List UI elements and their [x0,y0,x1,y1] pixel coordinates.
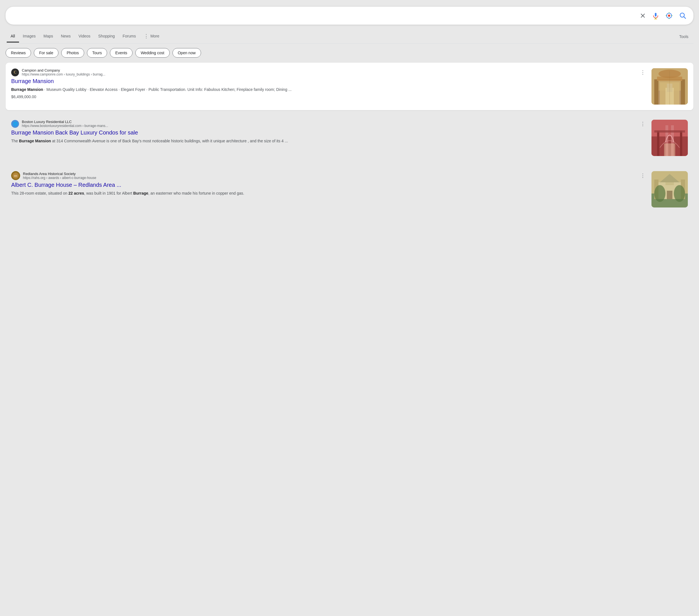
tab-more[interactable]: ⋮ More [140,30,163,43]
filter-photos[interactable]: Photos [61,48,84,57]
search-input[interactable]: burrage mansion [11,13,638,19]
result-title-1[interactable]: Burrage Mansion [11,78,647,84]
result-card-3: HS Redlands Area Historical Society http… [5,166,694,213]
svg-rect-2 [655,13,657,16]
voice-search-button[interactable] [651,11,660,21]
source-info-1: Campion and Company https://www.campionr… [22,68,105,76]
source-url-1: https://www.campionre.com › luxury_build… [22,73,105,76]
tools-button[interactable]: Tools [675,31,692,42]
svg-rect-24 [657,131,659,156]
source-url-2: https://www.bostonluxuryresidential.com … [22,124,108,128]
svg-point-40 [674,185,685,202]
search-actions [638,11,688,21]
filters-row: Reviews For sale Photos Tours Events Wed… [5,48,694,57]
result-title-3[interactable]: Albert C. Burrage House – Redlands Area … [11,182,647,188]
result-left-3: HS Redlands Area Historical Society http… [11,171,647,198]
result-thumbnail-2 [651,120,688,156]
filter-reviews[interactable]: Reviews [5,48,31,57]
source-info-3: Redlands Area Historical Society https:/… [23,172,96,180]
svg-text:HS: HS [14,174,17,177]
lens-button[interactable] [664,11,674,21]
result-thumbnail-1 [651,68,688,105]
favicon-2: 🌐 [11,120,19,128]
source-name-3: Redlands Area Historical Society [23,172,96,176]
svg-rect-38 [667,191,672,199]
tab-forums[interactable]: Forums [119,30,140,42]
filter-for-sale[interactable]: For sale [34,48,59,57]
result-left-2: 🌐 Boston Luxury Residential LLC https://… [11,120,647,146]
search-bar: burrage mansion [5,7,694,25]
result-title-2[interactable]: Burrage Mansion Back Bay Luxury Condos f… [11,130,647,136]
result-desc-3: This 28-room estate, situated on 22 acre… [11,191,647,196]
favicon-1: C [11,68,19,76]
source-menu-1[interactable]: ⋮ [638,69,647,76]
svg-point-6 [668,15,670,17]
filter-open-now[interactable]: Open now [172,48,201,57]
favicon-3: HS [11,171,20,180]
source-info-2: Boston Luxury Residential LLC https://ww… [22,120,108,128]
search-nav: All Images Maps News Videos Shopping For… [5,30,694,44]
source-name-2: Boston Luxury Residential LLC [22,120,108,124]
more-dots-icon: ⋮ [144,33,149,39]
filter-wedding-cost[interactable]: Wedding cost [135,48,170,57]
filter-events[interactable]: Events [110,48,133,57]
tab-shopping[interactable]: Shopping [94,30,119,42]
tab-images[interactable]: Images [19,30,40,42]
result-thumbnail-3 [651,171,688,208]
svg-rect-27 [664,143,675,156]
tab-videos[interactable]: Videos [75,30,94,42]
svg-rect-26 [654,130,685,133]
tab-news[interactable]: News [57,30,75,42]
svg-rect-13 [681,79,685,105]
search-button[interactable] [678,11,688,21]
result-left-1: C Campion and Company https://www.campio… [11,68,647,99]
source-menu-2[interactable]: ⋮ [638,120,647,128]
result-price-1: $6,499,000.00 [11,94,36,99]
result-desc-1: Burrage Mansion · Museum Quality Lobby ·… [11,87,647,93]
source-name-1: Campion and Company [22,68,105,73]
result-card-2: 🌐 Boston Luxury Residential LLC https://… [5,114,694,162]
result-desc-2: The Burrage Mansion at 314 Commonwealth … [11,138,647,144]
source-row-2: 🌐 Boston Luxury Residential LLC https://… [11,120,647,128]
clear-button[interactable] [638,12,647,20]
tab-all[interactable]: All [7,30,19,42]
filter-tours[interactable]: Tours [87,48,107,57]
result-card-1: C Campion and Company https://www.campio… [5,63,694,110]
svg-point-39 [654,185,665,202]
svg-rect-12 [654,79,658,105]
source-row-3: HS Redlands Area Historical Society http… [11,171,647,180]
svg-line-8 [684,17,686,19]
tab-maps[interactable]: Maps [39,30,57,42]
source-row-1: C Campion and Company https://www.campio… [11,68,647,76]
source-menu-3[interactable]: ⋮ [638,172,647,179]
svg-rect-25 [680,131,682,156]
source-url-3: https://rahs.org › awards › albert-c-bur… [23,176,96,180]
